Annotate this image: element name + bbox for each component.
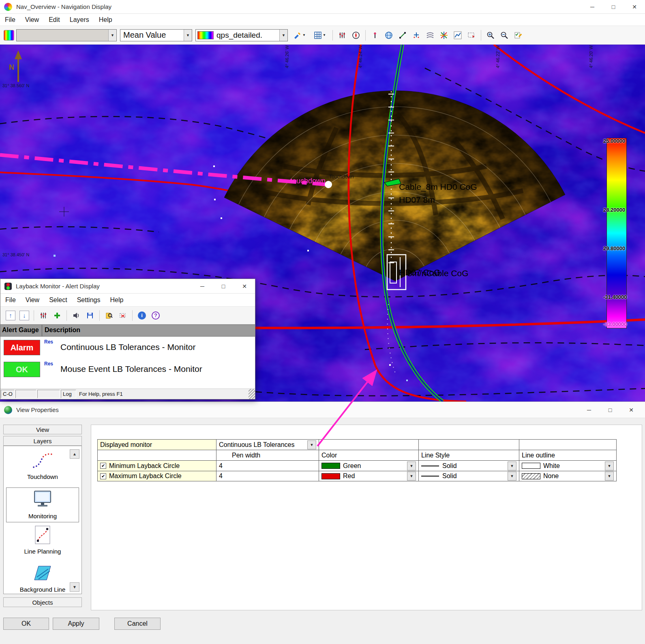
max-pen-width-cell[interactable]: 4 xyxy=(216,471,319,481)
res-flag: Res xyxy=(44,339,53,345)
validation-button[interactable] xyxy=(512,29,525,42)
measure-line-icon xyxy=(399,32,406,39)
color-scale-icon[interactable] xyxy=(4,30,14,41)
layback-close-button[interactable]: ✕ xyxy=(234,279,255,293)
zoom-out-button[interactable] xyxy=(498,29,511,42)
layback-titlebar[interactable]: Layback Monitor - Alert Display ─ □ ✕ xyxy=(0,279,255,294)
sound-button[interactable] xyxy=(70,309,82,322)
value-combo[interactable]: Mean Value ▼ xyxy=(120,29,192,41)
pole-button[interactable] xyxy=(369,29,381,42)
resize-grip[interactable] xyxy=(249,389,255,399)
menu-edit[interactable]: Edit xyxy=(44,15,65,25)
projection-button[interactable] xyxy=(382,29,395,42)
mixer-button[interactable] xyxy=(37,309,49,322)
main-maximize-button[interactable]: □ xyxy=(603,0,624,13)
layback-menu-view[interactable]: View xyxy=(21,295,44,305)
layback-menu-settings[interactable]: Settings xyxy=(72,295,105,305)
vp-maximize-button[interactable]: □ xyxy=(600,402,621,418)
zoom-in-button[interactable] xyxy=(484,29,497,42)
max-line-style-combo[interactable]: Solid ▼ xyxy=(419,471,519,481)
ok-button[interactable]: OK xyxy=(3,618,49,630)
main-minimize-button[interactable]: ─ xyxy=(582,0,603,13)
alert-row[interactable]: Alarm Res Continuous LB Tolerances - Mon… xyxy=(0,337,255,358)
clear-selection-button[interactable] xyxy=(117,309,129,322)
grid-header-row: Pen width Color Line Style Line outline xyxy=(97,450,617,460)
cancel-button[interactable]: Cancel xyxy=(114,618,161,630)
displayed-monitor-combo[interactable]: Continuous LB Tolerances ▼ xyxy=(216,439,319,450)
pane-down-button[interactable]: ↓ xyxy=(18,309,30,322)
vp-close-button[interactable]: ✕ xyxy=(621,402,642,418)
alert-table-header: Alert Gauge Description xyxy=(0,324,255,337)
layer-combo[interactable]: ▼ xyxy=(16,29,117,41)
chevron-down-icon[interactable]: ▼ xyxy=(407,472,416,481)
select-region-button[interactable] xyxy=(465,29,478,42)
status-cell xyxy=(15,390,36,398)
apply-button[interactable]: Apply xyxy=(53,618,99,630)
contours-button[interactable] xyxy=(424,29,437,42)
tab-objects[interactable]: Objects xyxy=(3,597,82,607)
measure-line-button[interactable] xyxy=(396,29,409,42)
layback-menu-select[interactable]: Select xyxy=(44,295,72,305)
add-points-icon xyxy=(413,32,420,39)
layback-minimize-button[interactable]: ─ xyxy=(192,279,213,293)
chevron-down-icon[interactable]: ▼ xyxy=(279,30,287,41)
info-button[interactable]: i xyxy=(136,309,148,322)
main-titlebar[interactable]: Nav_Overview - Navigation Display ─ □ ✕ xyxy=(0,0,645,14)
chart-button[interactable] xyxy=(451,29,464,42)
colormap-combo[interactable]: qps_detailed. ▼ xyxy=(195,29,288,41)
sidebar-item-touchdown[interactable]: Touchdown xyxy=(6,452,79,480)
pane-up-button[interactable]: ↑ xyxy=(4,309,17,322)
chevron-down-icon: ▼ xyxy=(302,33,306,37)
max-line-outline-combo[interactable]: None ▼ xyxy=(519,471,617,481)
layback-menu-help[interactable]: Help xyxy=(105,295,128,305)
min-line-style-combo[interactable]: Solid ▼ xyxy=(419,460,519,471)
colorbar-label: 25.00000 xyxy=(603,138,640,144)
menu-file[interactable]: File xyxy=(0,15,20,25)
chevron-down-icon[interactable]: ▼ xyxy=(307,440,316,449)
chevron-down-icon[interactable]: ▼ xyxy=(184,30,192,41)
pane-down-icon: ↓ xyxy=(19,311,29,320)
line-planning-icon xyxy=(32,526,53,544)
sidebar-item-line-planning[interactable]: Line Planning xyxy=(6,526,79,555)
find-button[interactable] xyxy=(103,309,115,322)
menu-view[interactable]: View xyxy=(20,15,44,25)
compass-button[interactable] xyxy=(349,29,362,42)
grid-view-button[interactable]: ▼ xyxy=(310,29,330,42)
menu-layers[interactable]: Layers xyxy=(65,15,94,25)
add-points-button[interactable] xyxy=(410,29,423,42)
min-pen-width-cell[interactable]: 4 xyxy=(216,460,319,471)
chevron-down-icon[interactable]: ▼ xyxy=(407,462,416,470)
min-line-outline-combo[interactable]: White ▼ xyxy=(519,460,617,471)
sidebar-item-monitoring[interactable]: Monitoring xyxy=(6,487,79,522)
max-layback-checkbox[interactable]: ✔ xyxy=(100,473,106,479)
chevron-down-icon[interactable]: ▼ xyxy=(605,462,614,470)
draw-style-button[interactable]: ▼ xyxy=(290,29,309,42)
min-layback-checkbox[interactable]: ✔ xyxy=(100,463,106,469)
vp-minimize-button[interactable]: ─ xyxy=(579,402,600,418)
scroll-down-button[interactable]: ▼ xyxy=(70,582,79,592)
max-color-combo[interactable]: Red ▼ xyxy=(319,471,419,481)
layback-maximize-button[interactable]: □ xyxy=(213,279,234,293)
help-button[interactable]: ? xyxy=(150,309,162,322)
outline-swatch-hatched xyxy=(522,473,540,479)
view-properties-titlebar[interactable]: View Properties ─ □ ✕ xyxy=(0,402,645,418)
profile-sliders-button[interactable] xyxy=(336,29,349,42)
ok-status-badge[interactable]: OK xyxy=(4,362,40,377)
tab-view[interactable]: View xyxy=(3,425,82,434)
alarm-status-badge[interactable]: Alarm xyxy=(4,340,40,355)
triangulation-button[interactable] xyxy=(437,29,450,42)
min-color-combo[interactable]: Green ▼ xyxy=(319,460,419,471)
layback-menu-file[interactable]: File xyxy=(0,295,21,305)
add-alert-button[interactable] xyxy=(51,309,63,322)
sidebar-item-background-line[interactable]: Background Line xyxy=(6,564,79,593)
alert-row[interactable]: OK Res Mouse Event LB Tolerances - Monit… xyxy=(0,358,255,380)
save-button[interactable] xyxy=(84,309,96,322)
chevron-down-icon[interactable]: ▼ xyxy=(508,472,516,481)
main-close-button[interactable]: ✕ xyxy=(624,0,645,13)
chevron-down-icon[interactable]: ▼ xyxy=(508,462,516,470)
chevron-down-icon[interactable]: ▼ xyxy=(605,472,614,481)
zoom-out-icon xyxy=(500,31,508,39)
menu-help[interactable]: Help xyxy=(94,15,117,25)
chevron-down-icon[interactable]: ▼ xyxy=(108,30,116,41)
tab-layers[interactable]: Layers xyxy=(3,436,82,446)
